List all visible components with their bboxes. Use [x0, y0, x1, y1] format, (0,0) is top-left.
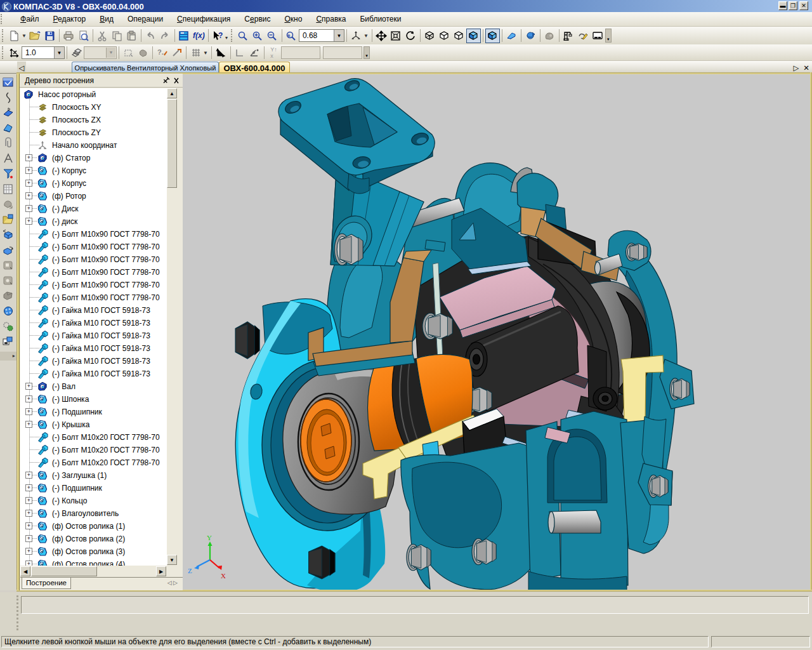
svg-text:Z: Z: [188, 567, 192, 574]
svg-text:X: X: [221, 572, 226, 580]
svg-text:?: ?: [218, 31, 223, 40]
svg-text:±: ±: [287, 32, 291, 38]
svg-text:Y: Y: [207, 534, 212, 541]
